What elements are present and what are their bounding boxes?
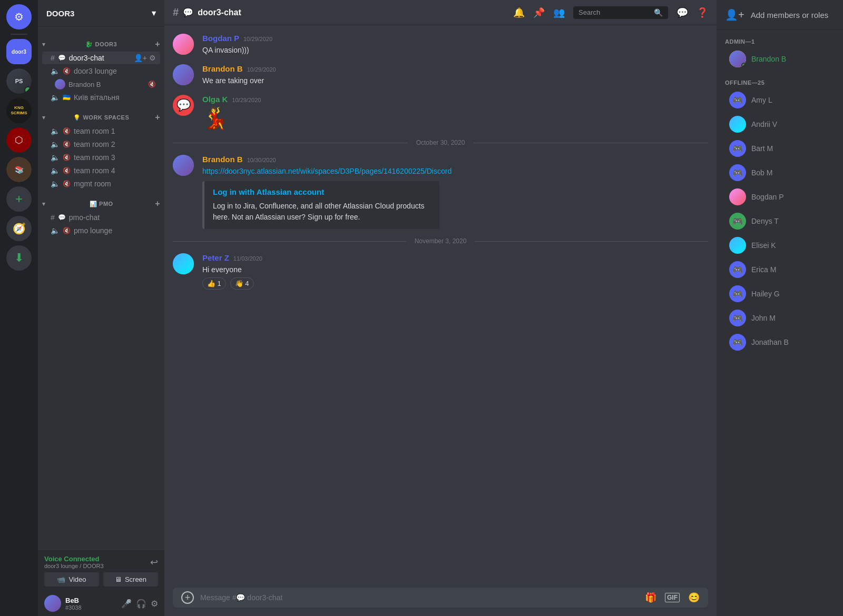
link-preview-title: Log in with Atlassian account (213, 187, 431, 196)
member-item-jonathan[interactable]: 🎮 Jonathan B (721, 331, 839, 354)
member-item-denys[interactable]: 🎮 Denys T (721, 210, 839, 233)
gif-icon[interactable]: GIF (665, 593, 680, 602)
channel-door3-chat[interactable]: # 💬 door3-chat 👤+ ⚙ (42, 52, 160, 64)
server-icon-pro-settings[interactable]: PS (6, 68, 32, 94)
member-item-brandon[interactable]: Brandon B (721, 47, 839, 71)
message-link[interactable]: https://door3nyc.atlassian.net/wiki/spac… (202, 167, 452, 175)
message-group: Brandon B 10/30/2020 https://door3nyc.at… (173, 155, 708, 229)
inbox-icon[interactable]: 💬 (677, 7, 688, 18)
member-item-john[interactable]: 🎮 John M (721, 306, 839, 330)
video-button[interactable]: 📹 Video (44, 572, 99, 587)
reactions: 👍 1 👋 4 (202, 275, 708, 290)
mute-icon[interactable]: 🎤 (121, 599, 132, 609)
member-item-bogdan[interactable]: Bogdan P (721, 185, 839, 208)
category-door3[interactable]: ▾ 🐉 DOOR3 + (38, 31, 164, 51)
category-workspaces-label: 💡 WORK SPACES (73, 114, 129, 121)
message-timestamp: 10/30/2020 (247, 157, 276, 163)
category-workspaces-add-icon[interactable]: + (155, 113, 160, 122)
server-icon-server4[interactable]: ⬡ (6, 127, 32, 153)
server-icon-door3[interactable]: door3 (6, 39, 32, 64)
channel-team-room-2[interactable]: 🔈 🔇 team room 2 (42, 138, 160, 151)
message-text: QA invasion))) (202, 45, 708, 56)
member-name: Elisei K (751, 241, 776, 250)
category-pmo[interactable]: ▾ 📊 PMO + (38, 191, 164, 211)
member-item-andrii[interactable]: Andrii V (721, 113, 839, 136)
server-name-bar[interactable]: DOOR3 ▾ (38, 0, 164, 27)
channel-pmo-lounge[interactable]: 🔈 🔇 pmo lounge (42, 224, 160, 237)
help-icon[interactable]: ❓ (697, 7, 708, 18)
member-item-amy[interactable]: 🎮 Amy L (721, 88, 839, 112)
invite-icon[interactable]: 👤+ (134, 54, 147, 62)
message-author: Bogdan P (202, 34, 239, 43)
search-bar[interactable]: Search 🔍 (573, 6, 668, 19)
pin-icon[interactable]: 📌 (533, 7, 545, 18)
category-workspaces[interactable]: ▾ 💡 WORK SPACES + (38, 104, 164, 124)
server-icon-download[interactable]: ⬇ (6, 245, 32, 271)
chat-icon: 💬 (183, 7, 193, 17)
reaction-thumbsup[interactable]: 👍 1 (202, 277, 226, 290)
voice-status: Voice Connected door3 lounge / DOOR3 ↩ (44, 555, 158, 569)
message-group: Peter Z 11/03/2020 Hi everyone 👍 1 👋 4 (173, 253, 708, 290)
hash-icon: # (173, 6, 179, 18)
channel-team-room-1[interactable]: 🔈 🔇 team room 1 (42, 125, 160, 137)
message-input[interactable] (200, 588, 639, 608)
avatar (173, 253, 194, 274)
slash-icon-pmo: 🔇 (63, 227, 71, 234)
category-add-icon[interactable]: + (155, 39, 160, 49)
member-avatar (729, 237, 746, 254)
online-indicator (741, 63, 746, 67)
channel-sidebar: DOOR3 ▾ ▾ 🐉 DOOR3 + # 💬 door3-chat 👤+ ⚙ … (38, 0, 164, 616)
reaction-wave[interactable]: 👋 4 (230, 277, 254, 290)
message-group: Bogdan P 10/29/2020 QA invasion))) (173, 34, 708, 56)
settings-icon[interactable]: ⚙ (149, 54, 156, 62)
user-avatar (44, 595, 61, 612)
slash-icon-mgmt: 🔇 (63, 180, 71, 187)
avatar (173, 155, 194, 176)
avatar: 💬 (173, 95, 194, 116)
members-icon[interactable]: 👥 (553, 7, 565, 18)
screen-button[interactable]: 🖥 Screen (103, 572, 158, 587)
message-group: 💬 Olga K 10/29/2020 💃 (173, 95, 708, 131)
user-settings-icon[interactable]: ⚙ (151, 599, 158, 609)
add-attachment-button[interactable]: + (181, 591, 194, 604)
message-header: Bogdan P 10/29/2020 (202, 34, 708, 43)
channel-team-room-3[interactable]: 🔈 🔇 team room 3 (42, 151, 160, 164)
channel-pmo-chat[interactable]: # 💬 pmo-chat (42, 211, 160, 224)
search-icon: 🔍 (654, 8, 663, 17)
server-icon-kng[interactable]: KNGSCRIMS (6, 98, 32, 123)
member-avatar (729, 116, 746, 133)
headset-icon[interactable]: 🎧 (136, 599, 146, 609)
member-item-bart[interactable]: 🎮 Bart M (721, 137, 839, 160)
channel-team-room-4[interactable]: 🔈 🔇 team room 4 (42, 164, 160, 177)
user-info: BeB #3038 (65, 597, 117, 611)
emoji-icon[interactable]: 😊 (688, 592, 700, 603)
channel-mgmt-room[interactable]: 🔈 🔇 mgmt room (42, 177, 160, 190)
member-avatar (729, 188, 746, 205)
member-name: Bob M (751, 168, 772, 177)
server-icon-discord-home[interactable]: ⚙ (6, 4, 32, 29)
server-icon-compass[interactable]: 🧭 (6, 216, 32, 241)
message-content: Bogdan P 10/29/2020 QA invasion))) (202, 34, 708, 56)
channel-door3-lounge[interactable]: 🔈 🔇 door3 lounge (42, 65, 160, 77)
main-chat: # 💬 door3-chat 🔔 📌 👥 Search 🔍 💬 ❓ Bogdan (164, 0, 717, 616)
messages-area: Bogdan P 10/29/2020 QA invasion))) Brand… (164, 25, 717, 588)
add-members-button[interactable]: 👤+ Add members or roles (717, 0, 843, 30)
voice-location: door3 lounge / DOOR3 (44, 563, 104, 569)
server-icon-add[interactable]: + (6, 186, 32, 212)
volume-icon-tr2: 🔈 (51, 140, 60, 148)
disconnect-icon[interactable]: ↩ (150, 557, 158, 568)
category-pmo-add-icon[interactable]: + (155, 199, 160, 208)
volume-icon-mgmt: 🔈 (51, 180, 60, 188)
bell-icon[interactable]: 🔔 (513, 7, 525, 18)
message-header: Brandon B 10/29/2020 (202, 64, 708, 73)
member-avatar: 🎮 (729, 261, 746, 278)
member-item-hailey[interactable]: 🎮 Hailey G (721, 282, 839, 305)
message-author: Brandon B (202, 155, 243, 164)
member-item-erica[interactable]: 🎮 Erica M (721, 258, 839, 281)
gift-icon[interactable]: 🎁 (645, 592, 656, 603)
member-item-bob[interactable]: 🎮 Bob M (721, 161, 839, 184)
channel-kyiv[interactable]: 🔈 🇺🇦 Київ вітальня (42, 91, 160, 104)
member-item-elisei[interactable]: Elisei K (721, 234, 839, 257)
chat-bubble-icon: 💬 (58, 54, 66, 62)
server-icon-server5[interactable]: 📚 (6, 157, 32, 182)
